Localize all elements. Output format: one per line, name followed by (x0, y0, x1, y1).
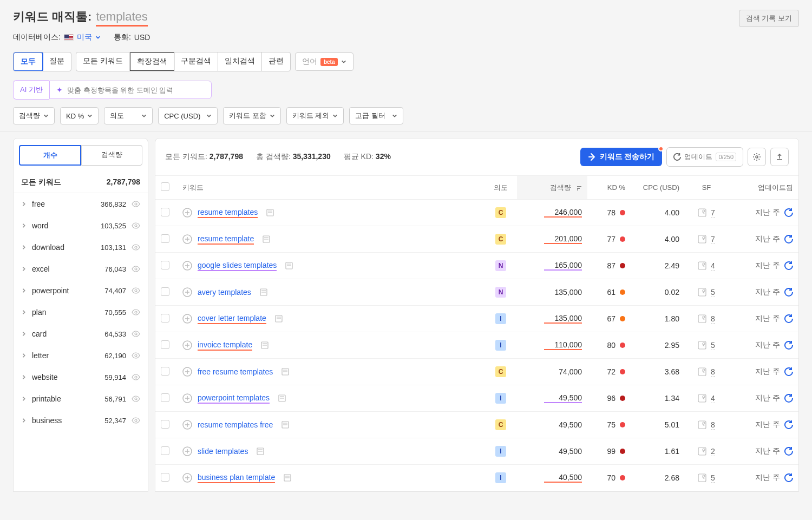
filter-intent[interactable]: 의도 (104, 107, 153, 124)
serp-features-icon[interactable] (698, 447, 706, 456)
tab-broad-match[interactable]: 확장검색 (130, 52, 174, 71)
sidebar-tab-count[interactable]: 개수 (19, 145, 81, 166)
sidebar-item-download[interactable]: download 103,131 (14, 236, 148, 258)
sidebar-item-letter[interactable]: letter 62,190 (14, 345, 148, 366)
keyword-link[interactable]: google slides templates (198, 261, 277, 271)
view-history-button[interactable]: 검색 기록 보기 (739, 10, 799, 27)
sidebar-item-card[interactable]: card 64,533 (14, 323, 148, 345)
serp-icon[interactable] (260, 288, 267, 296)
eye-icon[interactable] (132, 221, 140, 230)
col-sf[interactable]: SF (685, 176, 728, 200)
serp-features-icon[interactable] (698, 208, 706, 217)
tab-all-keywords[interactable]: 모든 키워드 (76, 52, 130, 71)
eye-icon[interactable] (132, 416, 140, 425)
col-volume[interactable]: 검색량 (517, 176, 587, 200)
serp-icon[interactable] (275, 315, 283, 322)
filter-advanced[interactable]: 고급 필터 (349, 107, 403, 124)
refresh-icon[interactable] (784, 235, 793, 243)
settings-button[interactable] (748, 148, 766, 166)
add-icon[interactable] (182, 314, 192, 324)
sidebar-item-free[interactable]: free 366,832 (14, 193, 148, 215)
serp-features-icon[interactable] (698, 341, 706, 350)
keyword-link[interactable]: slide templates (198, 447, 248, 456)
keyword-link[interactable]: resume template (198, 234, 254, 245)
serp-features-icon[interactable] (698, 394, 706, 403)
add-icon[interactable] (182, 446, 192, 456)
col-updated[interactable]: 업데이트됨 (728, 176, 798, 200)
tab-related[interactable]: 관련 (262, 52, 290, 71)
serp-icon[interactable] (266, 209, 274, 216)
tab-all[interactable]: 모두 (13, 52, 43, 71)
ai-domain-input[interactable] (67, 86, 205, 94)
sidebar-item-powerpoint[interactable]: powerpoint 74,407 (14, 280, 148, 301)
refresh-icon[interactable] (784, 288, 793, 297)
filter-cpc[interactable]: CPC (USD) (158, 107, 218, 124)
add-icon[interactable] (182, 473, 192, 483)
serp-features-icon[interactable] (698, 314, 706, 323)
add-icon[interactable] (182, 208, 192, 218)
add-icon[interactable] (182, 261, 192, 271)
refresh-icon[interactable] (784, 341, 793, 350)
keyword-link[interactable]: free resume templates (198, 367, 273, 376)
add-icon[interactable] (182, 287, 192, 297)
serp-features-icon[interactable] (698, 261, 706, 270)
update-button[interactable]: 업데이트 0/250 (666, 147, 743, 167)
serp-icon[interactable] (278, 394, 286, 402)
refresh-icon[interactable] (784, 394, 793, 403)
keyword-link[interactable]: business plan template (198, 473, 275, 483)
eye-icon[interactable] (132, 286, 140, 295)
serp-features-icon[interactable] (698, 367, 706, 376)
sidebar-item-word[interactable]: word 103,525 (14, 215, 148, 236)
row-checkbox[interactable] (161, 287, 169, 296)
tab-exact-match[interactable]: 일치검색 (218, 52, 262, 71)
serp-icon[interactable] (257, 447, 264, 455)
refresh-icon[interactable] (784, 314, 793, 323)
tab-phrase-match[interactable]: 구문검색 (174, 52, 218, 71)
keyword-link[interactable]: resume templates free (198, 420, 273, 429)
keyword-link[interactable]: avery templates (198, 288, 251, 297)
serp-icon[interactable] (281, 368, 289, 376)
eye-icon[interactable] (132, 200, 140, 208)
col-intent[interactable]: 의도 (484, 176, 517, 200)
row-checkbox[interactable] (161, 446, 169, 455)
serp-features-icon[interactable] (698, 420, 706, 429)
refresh-icon[interactable] (784, 420, 793, 429)
serp-icon[interactable] (285, 262, 293, 269)
add-icon[interactable] (182, 420, 192, 430)
export-button[interactable] (770, 148, 789, 166)
eye-icon[interactable] (132, 394, 140, 403)
row-checkbox[interactable] (161, 234, 169, 243)
sidebar-item-website[interactable]: website 59,914 (14, 366, 148, 388)
row-checkbox[interactable] (161, 473, 169, 482)
col-kd[interactable]: KD % (587, 176, 631, 200)
keyword-link[interactable]: invoice template (198, 340, 252, 351)
sidebar-item-printable[interactable]: printable 56,791 (14, 388, 148, 410)
refresh-icon[interactable] (784, 261, 793, 270)
row-checkbox[interactable] (161, 340, 169, 349)
add-icon[interactable] (182, 367, 192, 377)
col-cpc[interactable]: CPC (USD) (631, 176, 685, 200)
row-checkbox[interactable] (161, 261, 169, 269)
keyword-link[interactable]: resume templates (198, 208, 258, 218)
eye-icon[interactable] (132, 351, 140, 360)
eye-icon[interactable] (132, 243, 140, 252)
add-icon[interactable] (182, 393, 192, 403)
add-icon[interactable] (182, 340, 192, 350)
filter-volume[interactable]: 검색량 (13, 107, 55, 124)
keyword-link[interactable]: cover letter template (198, 314, 266, 324)
sidebar-tab-volume[interactable]: 검색량 (81, 145, 142, 166)
filter-exclude[interactable]: 키워드 제외 (286, 107, 344, 124)
eye-icon[interactable] (132, 330, 140, 338)
col-keyword[interactable]: 키워드 (177, 176, 484, 200)
refresh-icon[interactable] (784, 473, 793, 482)
row-checkbox[interactable] (161, 208, 169, 216)
row-checkbox[interactable] (161, 393, 169, 402)
serp-features-icon[interactable] (698, 235, 706, 243)
serp-icon[interactable] (261, 341, 269, 349)
eye-icon[interactable] (132, 308, 140, 317)
language-selector[interactable]: 언어 beta (295, 52, 354, 71)
sidebar-item-excel[interactable]: excel 76,043 (14, 258, 148, 280)
serp-icon[interactable] (263, 235, 270, 243)
serp-features-icon[interactable] (698, 288, 706, 297)
serp-icon[interactable] (284, 474, 291, 482)
